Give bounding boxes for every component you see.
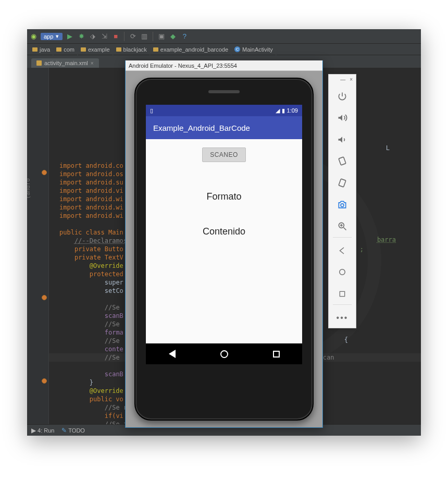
device-screen[interactable]: ▯ ◢ ▮ 1:09 Example_Android_BarCode SCANE… (146, 105, 302, 364)
volume-down-icon[interactable] (332, 130, 353, 150)
close-icon[interactable]: × (91, 60, 94, 66)
rotate-left-icon[interactable] (332, 152, 353, 171)
contenido-label: Contenido (203, 226, 245, 237)
separator (124, 32, 125, 41)
app-title-bar: Example_Android_BarCode (146, 116, 302, 139)
emulator-title: Android Emulator - Nexus_4_API_23:5554 (129, 63, 237, 69)
minimize-button[interactable]: — (340, 77, 345, 84)
rotate-right-icon[interactable] (332, 173, 353, 193)
todo-tool[interactable]: ✎ TODO (61, 427, 84, 434)
device-speaker (208, 90, 240, 93)
scan-button[interactable]: SCANEO (202, 147, 246, 162)
nav-home-button[interactable] (219, 349, 229, 359)
override-gutter-icon[interactable] (42, 295, 47, 300)
breadcrumb-item[interactable]: com (53, 46, 78, 53)
ide-toolbar: ◉ app ▼ ▶ ✸ ⬗ ⇲ ■ ⟳ ▥ ▣ ◆ ? (27, 29, 421, 44)
svg-rect-0 (339, 157, 346, 165)
status-right: ◢ ▮ 1:09 (276, 107, 298, 114)
help-icon[interactable]: ? (180, 32, 189, 41)
attach-icon[interactable]: ⇲ (100, 32, 108, 41)
svg-line-4 (344, 228, 346, 230)
sync-icon[interactable]: ⟳ (129, 32, 137, 41)
separator (333, 237, 352, 238)
breadcrumb-item[interactable]: example_android_barcode (150, 46, 231, 53)
module-selector[interactable]: app ▼ (41, 33, 63, 40)
chevron-down-icon: ▼ (55, 34, 59, 39)
breadcrumb-bar: java com example blackjack example_andro… (27, 44, 421, 55)
back-icon[interactable] (332, 241, 353, 261)
volume-up-icon[interactable] (332, 108, 353, 128)
overview-icon[interactable] (332, 284, 353, 304)
tab-label: activity_main.xml (44, 60, 88, 66)
module-label: app (44, 33, 53, 40)
avd-icon[interactable]: ▥ (140, 32, 148, 41)
run-tool[interactable]: ▶ 4: Run (31, 427, 54, 434)
status-left-icon: ▯ (150, 107, 153, 114)
nav-back-button[interactable] (167, 349, 177, 359)
signal-icon: ◢ (276, 107, 280, 114)
emulator-side-toolbar: — × ••• (328, 74, 356, 328)
override-gutter-icon[interactable] (42, 170, 47, 175)
svg-rect-1 (339, 179, 346, 187)
profile-icon[interactable]: ⬗ (89, 32, 97, 41)
svg-point-2 (341, 203, 344, 206)
folder-icon (153, 47, 158, 52)
nav-overview-button[interactable] (271, 349, 281, 359)
home-icon[interactable] (332, 262, 353, 282)
emulator-body: ▯ ◢ ▮ 1:09 Example_Android_BarCode SCANE… (126, 71, 322, 427)
svg-point-7 (340, 269, 345, 275)
zoom-icon[interactable] (332, 216, 353, 236)
debug-icon[interactable]: ✸ (77, 32, 85, 41)
app-title: Example_Android_BarCode (153, 124, 250, 132)
android-nav-bar (146, 343, 302, 364)
device-frame: ▯ ◢ ▮ 1:09 Example_Android_BarCode SCANE… (134, 78, 314, 421)
formato-label: Formato (206, 191, 241, 202)
emulator-window: Android Emulator - Nexus_4_API_23:5554 ▯… (125, 60, 323, 428)
folder-icon (116, 47, 121, 52)
window-controls: — × (329, 77, 356, 84)
folder-icon (32, 47, 38, 52)
class-icon: C (234, 46, 240, 52)
svg-rect-8 (340, 291, 344, 296)
android-icon[interactable]: ◆ (169, 32, 177, 41)
breadcrumb-item[interactable]: example (78, 46, 113, 53)
android-status-bar: ▯ ◢ ▮ 1:09 (146, 105, 302, 116)
clock: 1:09 (287, 107, 298, 114)
editor-tab[interactable]: activity_main.xml × (31, 58, 99, 68)
emulator-titlebar[interactable]: Android Emulator - Nexus_4_API_23:5554 (126, 60, 322, 71)
stop-icon[interactable]: ■ (111, 32, 120, 41)
breadcrumb-item[interactable]: CMainActivity (231, 46, 276, 53)
folder-icon (81, 47, 86, 52)
power-icon[interactable] (332, 87, 353, 106)
xml-icon (36, 60, 42, 66)
gutter (27, 68, 49, 424)
breadcrumb-item[interactable]: blackjack (113, 46, 150, 53)
sdk-icon[interactable]: ▣ (157, 32, 166, 41)
override-gutter-icon[interactable] (42, 378, 47, 384)
android-icon: ◉ (29, 32, 38, 41)
close-button[interactable]: × (350, 77, 353, 84)
side-label: (andro (27, 178, 32, 199)
separator (333, 304, 352, 305)
code-fragment: barra (377, 236, 396, 244)
camera-icon[interactable] (332, 195, 353, 215)
app-content: SCANEO Formato Contenido (146, 139, 302, 343)
more-icon[interactable]: ••• (332, 308, 353, 328)
run-icon[interactable]: ▶ (66, 32, 74, 41)
battery-icon: ▮ (282, 107, 285, 114)
folder-icon (56, 47, 61, 52)
breadcrumb-item[interactable]: java (29, 46, 53, 53)
separator (153, 32, 153, 41)
